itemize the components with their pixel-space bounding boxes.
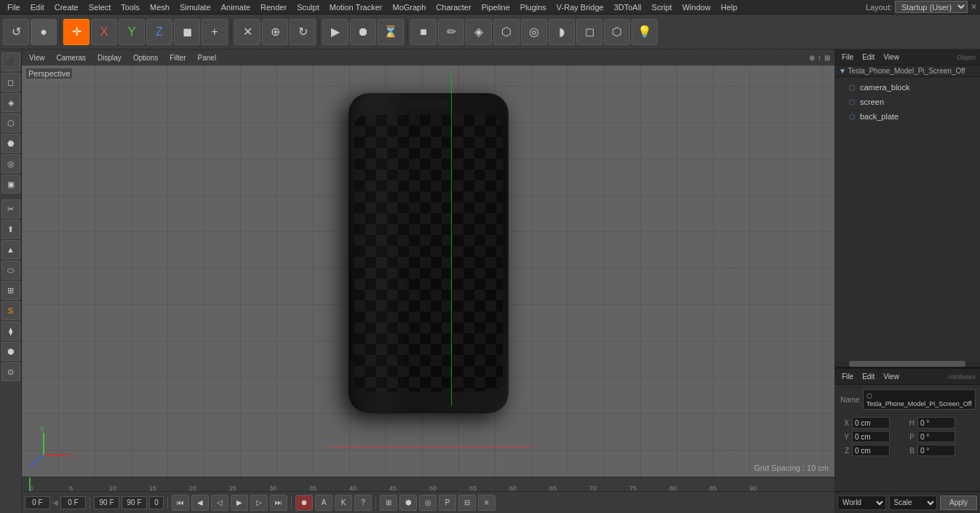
menu-motion-tracker[interactable]: Motion Tracker (325, 1, 387, 13)
deform-btn[interactable]: ⬡ (493, 19, 519, 45)
cube-btn[interactable]: ■ (410, 19, 437, 45)
pb-goto-end[interactable]: ⏭ (270, 495, 287, 511)
attr-file-menu[interactable]: File (839, 372, 856, 381)
pb-play[interactable]: ▶ (231, 495, 248, 511)
current-frame-field[interactable] (60, 496, 86, 509)
pb-goto-start[interactable]: ⏮ (172, 495, 189, 511)
menu-mograph[interactable]: MoGraph (388, 1, 430, 13)
vh-panel[interactable]: Panel (195, 53, 220, 63)
h-rot-input[interactable] (917, 417, 955, 429)
attr-edit-menu[interactable]: Edit (859, 372, 877, 381)
obj-file-menu[interactable]: File (839, 52, 856, 62)
end-frame-left[interactable] (94, 496, 119, 509)
field-btn[interactable]: ◎ (521, 19, 547, 45)
pb-auto[interactable]: A (315, 495, 332, 511)
obj-edit-menu[interactable]: Edit (859, 52, 877, 62)
menu-select[interactable]: Select (84, 1, 116, 13)
fps-field[interactable] (149, 496, 164, 509)
vh-filter[interactable]: Filter (167, 53, 188, 63)
lt-poly[interactable]: ⬡ (1, 114, 20, 132)
lt-extrude[interactable]: ⬆ (1, 220, 20, 239)
layout-close[interactable]: ✕ (971, 2, 977, 12)
menu-sculpt[interactable]: Sculpt (292, 1, 324, 13)
scale-z-btn[interactable]: Z (146, 19, 172, 45)
scale-select[interactable]: Scale (889, 496, 938, 510)
apply-button[interactable]: Apply (940, 496, 977, 510)
anim-key-btn[interactable]: ⌛ (378, 19, 404, 45)
move-btn[interactable]: ⊕ (262, 19, 288, 45)
lt-rotate[interactable]: ◻ (1, 73, 20, 92)
vh-view[interactable]: View (26, 53, 48, 63)
pb-step-fwd[interactable]: ▷ (250, 495, 268, 511)
menu-simulate[interactable]: Simulate (175, 1, 215, 13)
menu-vray-bridge[interactable]: V-Ray Bridge (552, 1, 608, 13)
vh-options[interactable]: Options (130, 53, 161, 63)
pb-record[interactable]: ⏺ (295, 495, 313, 511)
menu-render[interactable]: Render (256, 1, 291, 13)
lt-obj[interactable]: ▣ (1, 175, 20, 194)
pb-keyframe[interactable]: K (335, 495, 352, 511)
pb-mode2[interactable]: ⬢ (399, 495, 417, 511)
pb-mode6[interactable]: ≡ (478, 495, 495, 511)
scale-x-btn[interactable]: X (91, 19, 117, 45)
layout-select[interactable]: Startup (User) (895, 1, 968, 13)
undo-btn[interactable]: ↺ (3, 19, 29, 45)
menu-help[interactable]: Help (717, 1, 742, 13)
attr-view-menu[interactable]: View (880, 372, 902, 381)
timeline[interactable]: 0 5 10 15 20 25 30 35 40 45 50 55 60 65 … (22, 477, 834, 491)
vh-display[interactable]: Display (95, 53, 124, 63)
menu-3dtoall[interactable]: 3DToAll (610, 1, 646, 13)
menu-mesh[interactable]: Mesh (146, 1, 174, 13)
p-rot-input[interactable] (917, 431, 955, 442)
menu-animate[interactable]: Animate (217, 1, 255, 13)
menu-file[interactable]: File (3, 1, 25, 13)
end-frame-right[interactable] (121, 496, 147, 509)
obj-screen[interactable]: ⬡ screen (834, 95, 980, 109)
light-btn[interactable]: 💡 (632, 19, 658, 45)
obj-scrollbar[interactable] (834, 361, 980, 367)
pb-mode3[interactable]: ◎ (419, 495, 437, 511)
lt-loop[interactable]: ⊞ (1, 281, 20, 300)
x-pos-input[interactable] (852, 417, 890, 429)
obj-view-menu[interactable]: View (880, 52, 902, 62)
menu-script[interactable]: Script (648, 1, 677, 13)
pb-mode4[interactable]: P (439, 495, 456, 511)
menu-edit[interactable]: Edit (26, 1, 49, 13)
obj-back-plate[interactable]: ⬡ back_plate (834, 109, 980, 124)
lt-smear[interactable]: ⊙ (1, 362, 20, 381)
lt-uv[interactable]: ⬢ (1, 342, 20, 361)
menu-plugins[interactable]: Plugins (516, 1, 551, 13)
material-btn[interactable]: ◗ (549, 19, 575, 45)
redo-btn[interactable]: ● (31, 19, 57, 45)
menu-window[interactable]: Window (678, 1, 715, 13)
lt-magnet[interactable]: S (1, 301, 20, 320)
menu-character[interactable]: Character (431, 1, 475, 13)
pb-mode1[interactable]: ⊞ (380, 495, 397, 511)
lt-move[interactable]: ⬛ (1, 52, 20, 71)
camera-btn[interactable]: ⬡ (604, 19, 630, 45)
menu-create[interactable]: Create (50, 1, 83, 13)
lt-edge[interactable]: ⬣ (1, 134, 20, 153)
start-frame-field[interactable] (25, 496, 50, 509)
tag-btn[interactable]: ◻ (576, 19, 602, 45)
lt-scale[interactable]: ◈ (1, 93, 20, 112)
pen-btn[interactable]: ✏ (438, 19, 464, 45)
pb-step-back[interactable]: ◀ (191, 495, 209, 511)
add-btn[interactable]: + (202, 19, 228, 45)
obj-mode-btn[interactable]: ◼ (174, 19, 200, 45)
lt-sculpt[interactable]: ⧫ (1, 322, 20, 341)
scale-y-btn[interactable]: Y (119, 19, 145, 45)
viewport[interactable]: View Cameras Display Options Filter Pane… (22, 49, 834, 477)
lt-bridge[interactable]: ⬭ (1, 261, 20, 279)
select2-btn[interactable]: ◈ (466, 19, 492, 45)
z-pos-input[interactable] (852, 445, 890, 456)
rotate-btn[interactable]: ↻ (290, 19, 316, 45)
menu-tools[interactable]: Tools (116, 1, 144, 13)
pb-play-back[interactable]: ◁ (211, 495, 228, 511)
obj-camera-block[interactable]: ⬡ camera_block (834, 80, 980, 95)
world-select[interactable]: World (837, 496, 886, 510)
move-tool-btn[interactable]: ✛ (63, 19, 89, 45)
pb-mode5[interactable]: ⊟ (458, 495, 476, 511)
lt-point[interactable]: ◎ (1, 154, 20, 173)
menu-pipeline[interactable]: Pipeline (477, 1, 514, 13)
